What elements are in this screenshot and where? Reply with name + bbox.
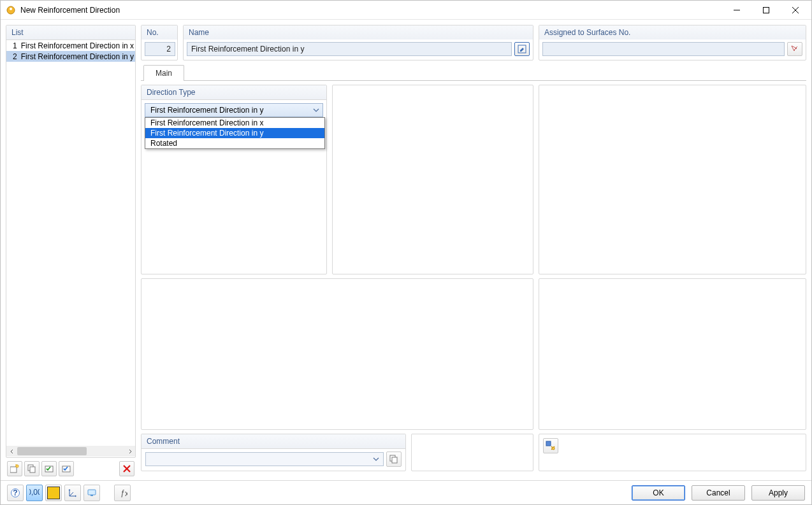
top-fields: No. Name Assigned to Surfaces No. — [141, 25, 806, 60]
chevron-down-icon[interactable] — [372, 455, 381, 464]
direction-type-dropdown[interactable]: First Reinforcement Direction in xFirst … — [145, 117, 325, 149]
ok-button[interactable]: OK — [632, 485, 685, 501]
function-button[interactable]: ƒx — [114, 485, 131, 501]
no-field-box: No. — [141, 25, 178, 60]
list-item-number: 2 — [13, 52, 17, 61]
direction-type-header: Direction Type — [141, 85, 326, 100]
list-item-number: 1 — [13, 41, 17, 50]
titlebar: New Reinforcement Direction — [1, 1, 811, 20]
mid-row: Direction Type First Reinforcement Direc… — [141, 85, 806, 274]
svg-rect-3 — [764, 7, 769, 13]
svg-rect-14 — [546, 441, 551, 446]
maximize-button[interactable] — [751, 1, 781, 19]
details-panel — [141, 278, 533, 430]
copy-item-button[interactable] — [24, 461, 40, 476]
name-label: Name — [184, 25, 533, 39]
scroll-thumb[interactable] — [17, 447, 87, 455]
preview-settings-button[interactable] — [543, 438, 558, 453]
delete-button[interactable] — [119, 461, 134, 476]
comment-side-panel — [411, 434, 533, 471]
no-input[interactable] — [145, 42, 175, 56]
svg-text:x: x — [125, 489, 127, 498]
assigned-input[interactable] — [542, 42, 785, 56]
tabs: Main — [141, 64, 806, 81]
svg-rect-19 — [88, 490, 96, 495]
svg-rect-13 — [392, 457, 397, 463]
preview-panel-upper — [539, 85, 806, 274]
svg-rect-20 — [91, 495, 93, 496]
svg-text:ƒ: ƒ — [120, 488, 125, 497]
direction-type-combo[interactable]: First Reinforcement Direction in y First… — [145, 103, 323, 117]
comment-row: Comment — [141, 434, 806, 471]
no-label: No. — [141, 25, 177, 39]
close-button[interactable] — [781, 1, 810, 19]
horizontal-scrollbar[interactable] — [6, 446, 135, 457]
comment-combo[interactable] — [145, 452, 384, 466]
comment-library-button[interactable] — [386, 452, 402, 467]
comment-header: Comment — [141, 434, 405, 449]
name-field-box: Name — [183, 25, 533, 60]
svg-point-1 — [10, 8, 12, 10]
check-green-button[interactable] — [41, 461, 57, 476]
dropdown-option[interactable]: First Reinforcement Direction in y — [145, 128, 324, 138]
svg-rect-7 — [30, 467, 35, 473]
sidebar: List 1 First Reinforcement Direction in … — [6, 25, 136, 478]
tab-main[interactable]: Main — [143, 65, 184, 81]
svg-point-5 — [16, 465, 18, 467]
window-title: New Reinforcement Direction — [20, 6, 722, 15]
app-icon — [6, 5, 16, 15]
assigned-label: Assigned to Surfaces No. — [539, 25, 806, 39]
svg-rect-4 — [10, 467, 17, 473]
list-body[interactable]: 1 First Reinforcement Direction in x 2 F… — [6, 40, 135, 457]
list-item-label: First Reinforcement Direction in y — [21, 52, 134, 61]
axes-button[interactable] — [64, 485, 81, 501]
dropdown-option[interactable]: Rotated — [145, 138, 324, 148]
display-button[interactable] — [83, 485, 100, 501]
pick-surfaces-button[interactable] — [787, 42, 802, 56]
scroll-track[interactable] — [17, 446, 124, 457]
new-item-button[interactable] — [7, 461, 22, 476]
list-item[interactable]: 2 First Reinforcement Direction in y — [6, 51, 135, 62]
apply-button[interactable]: Apply — [751, 485, 805, 501]
list-header: List — [6, 25, 135, 40]
minimize-button[interactable] — [722, 1, 751, 19]
dropdown-option[interactable]: First Reinforcement Direction in x — [145, 118, 324, 128]
cancel-button[interactable]: Cancel — [692, 485, 745, 501]
check-blue-button[interactable] — [59, 461, 74, 476]
preview-panel-lower — [539, 278, 806, 430]
help-button[interactable]: ? — [7, 485, 24, 501]
list-item-label: First Reinforcement Direction in x — [21, 41, 134, 50]
svg-text:0,00: 0,00 — [29, 488, 40, 497]
svg-text:?: ? — [13, 488, 17, 497]
name-input[interactable] — [187, 42, 512, 56]
preview-actions-panel — [539, 434, 806, 471]
main-column: No. Name Assigned to Surfaces No. — [141, 25, 806, 478]
assigned-field-box: Assigned to Surfaces No. — [539, 25, 806, 60]
svg-rect-2 — [734, 10, 740, 10]
scroll-right-icon[interactable] — [124, 446, 135, 457]
units-button[interactable]: 0,00 — [26, 485, 43, 501]
scroll-left-icon[interactable] — [6, 446, 17, 457]
mid-empty-panel — [332, 85, 533, 274]
svg-point-15 — [552, 447, 555, 450]
direction-type-selected[interactable]: First Reinforcement Direction in y — [145, 103, 323, 117]
comment-panel: Comment — [141, 434, 406, 471]
direction-type-panel: Direction Type First Reinforcement Direc… — [141, 85, 327, 274]
big-row — [141, 278, 806, 430]
chevron-down-icon[interactable] — [312, 106, 321, 115]
list-item[interactable]: 1 First Reinforcement Direction in x — [6, 40, 135, 51]
content-area: List 1 First Reinforcement Direction in … — [1, 20, 811, 480]
color-button[interactable] — [45, 485, 62, 501]
bottom-bar: ? 0,00 ƒx OK Cancel Apply — [1, 480, 811, 504]
list-toolbar — [6, 458, 136, 478]
edit-name-button[interactable] — [514, 42, 530, 56]
list-panel: List 1 First Reinforcement Direction in … — [6, 25, 136, 458]
